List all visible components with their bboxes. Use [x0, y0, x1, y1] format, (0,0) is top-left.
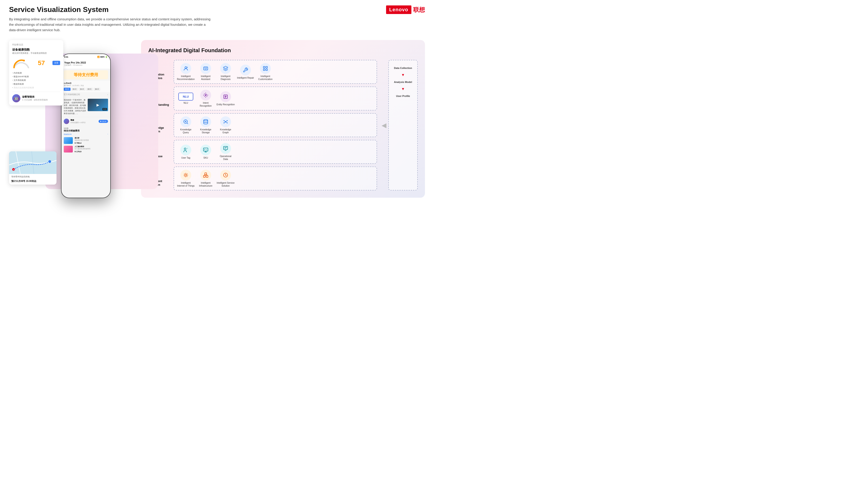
svg-point-26 — [184, 148, 186, 150]
price-thumb-2 — [64, 146, 73, 153]
day-tab-5[interactable]: 第5天 — [86, 88, 93, 91]
main-content: AI诊断信息 设备健康指数 建议及时更换硬盘，手动修复故障隐患 57 设置 内存… — [9, 40, 425, 198]
bot-count: 3 万次诊断 · @联想智慧服务 — [22, 98, 48, 101]
check-item-1: 内存检测 — [12, 71, 60, 75]
diagram-grid: 🎯 ApplicationScenarios — [148, 60, 418, 191]
repair-price-section: 13:06 待支付维修费用 维修报价单 › 显示屏 更换新的显示屏需要 ¥ 78… — [61, 125, 110, 156]
voice-player[interactable]: ▶00:24 — [98, 120, 108, 123]
sku-label: SKU — [204, 156, 208, 159]
day-tab-2[interactable]: 第2天 — [64, 88, 70, 91]
repair-status: 等待支付费用 — [64, 70, 108, 79]
iot-icon — [180, 170, 191, 181]
knowledge-query-label: KnowledgeQuery — [180, 128, 191, 134]
infrastructure-label: IntelligentInfrastructure — [199, 182, 213, 187]
side-flow-area: ◀ Data Collection ▼ Analysis Model ▼ Use… — [381, 60, 418, 191]
intent-recognition-icon — [200, 90, 211, 101]
svg-point-5 — [185, 67, 187, 68]
technician-rating: 639次服务 4.9评分 — [70, 121, 97, 124]
page-title: Service Visualization System — [9, 5, 213, 14]
settings-button[interactable]: 设置 — [53, 61, 60, 65]
row-content-knowledge: KnowledgeQuery — [174, 113, 377, 137]
flow-item-user-profile: User Profile — [392, 92, 414, 100]
entity-recognition-label: Entity Recognition — [217, 103, 235, 106]
map-card: 终 等待零件到达目的地 预计11月08号 15:00到达 — [9, 151, 57, 185]
sku-icon — [200, 144, 211, 156]
check-item-2: 硬盘SMART检测 — [12, 75, 60, 78]
svg-rect-33 — [204, 175, 205, 177]
icon-card-knowledge-query: KnowledgeQuery — [177, 116, 195, 134]
map-label: 等待零件到达目的地 — [9, 174, 57, 180]
map-svg: 终 — [9, 151, 57, 174]
icon-row-application: IntelligentRecommendation — [177, 63, 374, 80]
flow-arrow-2: ▼ — [401, 87, 405, 91]
knowledge-query-icon — [180, 116, 191, 127]
repair-video-arrow[interactable]: › — [107, 94, 108, 96]
chat-content: ▶ 04:05 我先检查一下基本部件，像是电源、I 连接和屏幕亮度设置，都没有问… — [61, 97, 110, 117]
svg-point-8 — [206, 68, 207, 68]
repair-title: 待支付维修费用 — [64, 129, 108, 132]
day-tab-4[interactable]: 第4天 — [79, 88, 86, 91]
ai-diagnosis-card: AI诊断信息 设备健康指数 建议及时更换硬盘，手动修复故障隐患 57 设置 内存… — [9, 40, 63, 105]
entity-recognition-icon — [220, 91, 231, 102]
assistant-icon — [200, 63, 211, 74]
icon-row-knowledge: KnowledgeQuery — [177, 116, 374, 134]
health-score: 57 — [38, 59, 45, 67]
check-item-5: 系统日志深床内容检测 — [12, 86, 60, 90]
svg-line-25 — [225, 122, 227, 123]
timeline-eta: 预计第6天（11月13日）到达 — [64, 85, 100, 87]
icon-card-intent-recognition: IntentRecognition — [197, 90, 215, 107]
flow-label-analysis-model: Analysis Model — [394, 80, 412, 84]
price-item-1: 显示屏 更换新的显示屏需要 ¥ 789.4 — [64, 137, 108, 144]
data-flow-box: Data Collection ▼ Analysis Model ▼ User … — [388, 60, 418, 191]
customization-label: IntelligentCustomization — [258, 75, 272, 80]
check-list: 内存检测 硬盘SMART检测 文件系统检测 数据库检测 系统日志深床内容检测 — [12, 71, 60, 90]
price-info-2: 人工服务费用 官方服务检测维修费用 ¥ 179.9 — [74, 145, 90, 153]
svg-line-24 — [224, 122, 225, 123]
icon-card-sku: SKU — [197, 144, 215, 159]
icon-card-knowledge-storage: KnowledgeStorage — [197, 116, 215, 134]
voice-duration: 00:24 — [102, 121, 106, 122]
repair-time: 13:06 — [64, 127, 108, 129]
video-thumbnail[interactable]: ▶ 04:05 — [88, 99, 108, 111]
video-duration: 04:05 — [102, 108, 107, 110]
row-content-database: User Tag — [174, 140, 377, 164]
header-section: Service Visualization System By integrat… — [9, 5, 425, 33]
repair-video-header: 官方维修视频过程 › — [61, 92, 110, 97]
icon-row-database: User Tag — [177, 143, 374, 161]
svg-rect-6 — [204, 67, 208, 70]
day-tab-6[interactable]: 第6天 — [94, 88, 100, 91]
diagnosis-icon — [220, 63, 231, 74]
price-amount-2: ¥ 179.9 — [74, 151, 90, 153]
diagram-section: AI-Integrated Digital Foundation 🎯 Appli… — [141, 40, 425, 198]
flow-arrow-1: ▼ — [401, 73, 405, 77]
dashed-box-database: User Tag — [174, 140, 377, 164]
price-amount-1: ¥ 789.4 — [74, 142, 89, 144]
price-desc-1: 更换新的显示屏需要 — [74, 139, 89, 141]
ai-card-title: 设备健康指数 — [12, 48, 60, 52]
iot-label: IntelligentInternet of Things — [177, 182, 195, 187]
svg-rect-9 — [264, 66, 265, 68]
timeline-row: 11月09日 预计第6天（11月13日）到达 第2天 第3天 第4天 第5天 第… — [61, 80, 110, 92]
svg-line-23 — [225, 121, 227, 122]
svg-line-22 — [224, 121, 225, 122]
svg-point-0 — [23, 60, 25, 61]
svg-rect-35 — [205, 173, 207, 175]
svg-point-4 — [49, 160, 51, 163]
svg-point-7 — [205, 68, 206, 68]
diag-row-knowledge: 📚 KnowledgePlatform — [148, 113, 377, 137]
technician-row: 魏修 639次服务 4.9评分 ▶00:24 — [61, 117, 110, 125]
lenovo-cn-text: 联想 — [413, 6, 425, 14]
header-text: Service Visualization System By integrat… — [9, 5, 213, 33]
repair-arrow[interactable]: › — [107, 133, 108, 135]
svg-rect-11 — [266, 69, 268, 70]
ai-card-header-label: AI诊断信息 — [12, 43, 60, 46]
repair-label: Intelligent Repair — [237, 76, 254, 79]
recommendation-label: IntelligentRecommendation — [177, 75, 195, 80]
price-label-1: 显示屏 — [74, 137, 89, 139]
dashed-box-application: IntelligentRecommendation — [174, 60, 377, 84]
diag-row-intent: 🧠 IntentUnderstanding NLU NLU — [148, 87, 377, 110]
price-info-1: 显示屏 更换新的显示屏需要 ¥ 789.4 — [74, 137, 89, 144]
icon-card-operational-data: OperationalData — [217, 143, 235, 161]
lenovo-en-text: Lenovo — [386, 5, 411, 14]
day-tab-3[interactable]: 第3天 — [71, 88, 78, 91]
